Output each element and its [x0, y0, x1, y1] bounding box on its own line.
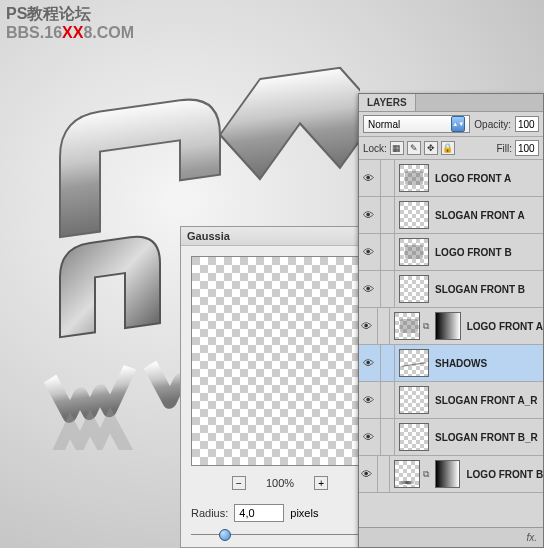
zoom-level-label: 100% [266, 477, 294, 489]
visibility-toggle[interactable]: 👁 [359, 271, 381, 307]
radius-slider[interactable] [191, 526, 369, 544]
eye-icon: 👁 [361, 320, 375, 332]
layer-thumbnail[interactable] [399, 164, 429, 192]
visibility-toggle[interactable]: 👁 [359, 456, 378, 492]
layers-tab[interactable]: LAYERS [359, 94, 416, 111]
eye-icon: 👁 [363, 357, 377, 369]
layer-name-label[interactable]: SLOGAN FRONT A [431, 210, 525, 221]
watermark-line2: BBS.16XX8.COM [6, 23, 134, 42]
layer-name-label[interactable]: LOGO FRONT A [431, 173, 511, 184]
visibility-toggle[interactable]: 👁 [359, 197, 381, 233]
layer-row[interactable]: 👁⧉LOGO FRONT B_R [359, 456, 543, 493]
eye-icon: 👁 [363, 431, 377, 443]
gaussian-blur-dialog[interactable]: Gaussia − 100% + Radius: pixels [180, 226, 380, 548]
layer-name-label[interactable]: LOGO FRONT A_R [463, 321, 543, 332]
link-column [381, 234, 395, 270]
zoom-out-button[interactable]: − [232, 476, 246, 490]
fx-icon[interactable]: fx. [526, 532, 537, 543]
filter-preview[interactable] [191, 256, 361, 466]
eye-icon: 👁 [363, 246, 377, 258]
watermark: PS教程论坛 BBS.16XX8.COM [6, 4, 134, 42]
layer-row[interactable]: 👁SLOGAN FRONT B_R [359, 419, 543, 456]
layer-mask-thumbnail[interactable] [435, 460, 461, 488]
link-column [381, 271, 395, 307]
layer-thumbnail[interactable] [399, 386, 429, 414]
layers-panel[interactable]: LAYERS Normal ▲▼ Opacity: Lock: ▦ ✎ ✥ 🔒 … [358, 93, 544, 548]
blend-mode-select[interactable]: Normal ▲▼ [363, 115, 470, 133]
visibility-toggle[interactable]: 👁 [359, 308, 378, 344]
layer-row[interactable]: 👁LOGO FRONT B [359, 234, 543, 271]
visibility-toggle[interactable]: 👁 [359, 345, 381, 381]
visibility-toggle[interactable]: 👁 [359, 382, 381, 418]
layer-list[interactable]: 👁LOGO FRONT A👁SLOGAN FRONT A👁LOGO FRONT … [359, 160, 543, 493]
eye-icon: 👁 [363, 394, 377, 406]
lock-transparency-icon[interactable]: ▦ [390, 141, 404, 155]
layer-thumbnail[interactable] [399, 275, 429, 303]
opacity-label: Opacity: [474, 119, 511, 130]
visibility-toggle[interactable]: 👁 [359, 419, 381, 455]
eye-icon: 👁 [363, 209, 377, 221]
layer-thumbnail[interactable] [399, 423, 429, 451]
layers-panel-footer: fx. [359, 527, 543, 547]
slider-thumb[interactable] [219, 529, 231, 541]
layer-name-label[interactable]: SLOGAN FRONT B [431, 284, 525, 295]
layer-row[interactable]: 👁⧉LOGO FRONT A_R [359, 308, 543, 345]
eye-icon: 👁 [363, 283, 377, 295]
layer-name-label[interactable]: SLOGAN FRONT A_R [431, 395, 537, 406]
lock-position-icon[interactable]: ✥ [424, 141, 438, 155]
visibility-toggle[interactable]: 👁 [359, 160, 381, 196]
layer-thumbnail[interactable] [394, 460, 420, 488]
layer-thumbnail[interactable] [399, 238, 429, 266]
layer-row[interactable]: 👁SLOGAN FRONT A_R [359, 382, 543, 419]
lock-label: Lock: [363, 143, 387, 154]
dropdown-arrows-icon: ▲▼ [451, 116, 465, 132]
layer-thumbnail[interactable] [399, 201, 429, 229]
fill-input[interactable] [515, 140, 539, 156]
lock-pixels-icon[interactable]: ✎ [407, 141, 421, 155]
eye-icon: 👁 [361, 468, 375, 480]
layer-row[interactable]: 👁LOGO FRONT A [359, 160, 543, 197]
link-column [381, 419, 395, 455]
layer-name-label[interactable]: SHADOWS [431, 358, 487, 369]
radius-unit: pixels [290, 507, 318, 519]
lock-all-icon[interactable]: 🔒 [441, 141, 455, 155]
layer-name-label[interactable]: LOGO FRONT B [431, 247, 512, 258]
link-column [381, 197, 395, 233]
link-column [381, 382, 395, 418]
link-column [378, 456, 390, 492]
fill-label: Fill: [496, 143, 512, 154]
watermark-line1: PS教程论坛 [6, 4, 134, 23]
layer-name-label[interactable]: SLOGAN FRONT B_R [431, 432, 538, 443]
dialog-title[interactable]: Gaussia [181, 227, 379, 246]
mask-link-icon[interactable]: ⧉ [422, 321, 431, 332]
layer-row[interactable]: 👁SLOGAN FRONT B [359, 271, 543, 308]
link-column [378, 308, 390, 344]
mask-link-icon[interactable]: ⧉ [422, 469, 431, 480]
eye-icon: 👁 [363, 172, 377, 184]
layer-name-label[interactable]: LOGO FRONT B_R [462, 469, 542, 480]
radius-input[interactable] [234, 504, 284, 522]
radius-label: Radius: [191, 507, 228, 519]
layer-thumbnail[interactable] [399, 349, 429, 377]
zoom-in-button[interactable]: + [314, 476, 328, 490]
opacity-input[interactable] [515, 116, 539, 132]
link-column [381, 160, 395, 196]
link-column [381, 345, 395, 381]
visibility-toggle[interactable]: 👁 [359, 234, 381, 270]
layer-row[interactable]: 👁SHADOWS [359, 345, 543, 382]
layer-mask-thumbnail[interactable] [435, 312, 461, 340]
layer-row[interactable]: 👁SLOGAN FRONT A [359, 197, 543, 234]
layers-panel-header[interactable]: LAYERS [359, 94, 543, 112]
layer-thumbnail[interactable] [394, 312, 420, 340]
